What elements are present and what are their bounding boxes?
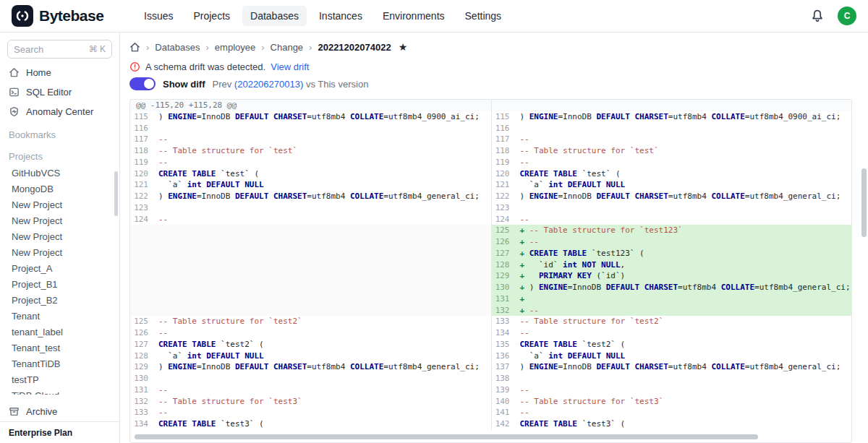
sidebar-project-item[interactable]: Project_A xyxy=(0,260,119,276)
line-content xyxy=(155,202,158,214)
sidebar-project-item[interactable]: New Project xyxy=(0,228,119,244)
diff-line: 127CREATE TABLE `test2` ( xyxy=(130,339,491,350)
breadcrumb-item[interactable]: Change xyxy=(271,42,304,53)
search-input[interactable] xyxy=(14,44,79,55)
show-diff-toggle[interactable] xyxy=(129,77,156,90)
line-number xyxy=(130,282,155,293)
breadcrumb-item[interactable]: 20221202074022 xyxy=(318,42,391,53)
diff-line: 119-- xyxy=(130,157,491,168)
sidebar-item-anomaly-center[interactable]: Anomaly Center xyxy=(0,102,119,121)
diff-hunk-header: @@ -115,20 +115,28 @@ xyxy=(130,100,491,111)
sidebar-project-item[interactable]: Tenant_test xyxy=(0,340,119,356)
line-number: 136 xyxy=(492,350,516,362)
sidebar-project-item[interactable]: GitHubVCS xyxy=(0,165,119,181)
diff-line: 122) ENGINE=InnoDB DEFAULT CHARSET=utf8m… xyxy=(492,191,852,202)
line-content: CREATE TABLE `test2` ( xyxy=(516,339,626,350)
line-content: CREATE TABLE `test3` ( xyxy=(516,418,626,430)
line-content: -- Table structure for `test` xyxy=(516,145,659,157)
line-content: -- Table structure for `test2` xyxy=(516,316,664,327)
line-content xyxy=(155,225,158,236)
breadcrumb-items: Databases›employee›Change›20221202074022 xyxy=(155,42,391,53)
diff-line: 135CREATE TABLE `test2` ( xyxy=(492,339,852,350)
breadcrumb-item[interactable]: Databases xyxy=(155,42,200,53)
sidebar-project-item[interactable]: testTP xyxy=(0,371,119,387)
diff-line: 126-- xyxy=(130,327,491,339)
sidebar-item-archive[interactable]: Archive xyxy=(0,402,119,421)
user-avatar[interactable]: C xyxy=(838,7,856,25)
line-number: 126 xyxy=(492,236,516,248)
nav-item-instances[interactable]: Instances xyxy=(311,6,370,26)
diff-gap-row xyxy=(130,225,491,236)
diff-line: 124-- xyxy=(130,214,491,225)
sidebar-project-item[interactable]: tenant_label xyxy=(0,324,119,340)
line-number: 115 xyxy=(130,111,155,123)
sidebar-project-item[interactable]: Project_B2 xyxy=(0,292,119,308)
sidebar-item-home[interactable]: Home xyxy=(0,63,119,82)
line-number: 129 xyxy=(492,270,516,282)
brand-logo[interactable]: Bytebase xyxy=(12,5,126,27)
breadcrumb-separator: › xyxy=(146,42,149,53)
horizontal-scrollbar[interactable] xyxy=(135,434,758,439)
sidebar-item-label: Home xyxy=(26,67,51,78)
diff-toolbar: Show diff Prev (202206270013) vs This ve… xyxy=(129,74,868,93)
app-window: Bytebase IssuesProjectsDatabasesInstance… xyxy=(0,0,868,443)
line-content xyxy=(155,282,158,293)
sidebar-item-label: SQL Editor xyxy=(26,87,72,98)
sidebar-project-item[interactable]: Project_B1 xyxy=(0,276,119,292)
sidebar-project-item[interactable]: New Project xyxy=(0,197,119,212)
sidebar-scrollbar[interactable] xyxy=(114,171,118,216)
sidebar-item-sql-editor[interactable]: SQL Editor xyxy=(0,82,119,102)
sidebar-project-item[interactable]: Tenant xyxy=(0,308,119,324)
line-number: 119 xyxy=(492,157,516,168)
page-scrollbar[interactable] xyxy=(861,168,867,237)
line-number: 142 xyxy=(492,418,516,430)
line-content: CREATE TABLE `test2` ( xyxy=(155,339,264,350)
sidebar-project-item[interactable]: New Project xyxy=(0,212,119,228)
star-icon[interactable]: ★ xyxy=(399,41,408,53)
diff-line: 139-- xyxy=(492,384,852,396)
sidebar-project-item[interactable]: MongoDB xyxy=(0,181,119,197)
line-number: 121 xyxy=(130,179,155,191)
diff-line: 120CREATE TABLE `test` ( xyxy=(130,168,491,180)
schema-drift-alert: A schema drift was detected. View drift xyxy=(129,59,868,74)
sidebar-project-item[interactable]: New Project xyxy=(0,244,119,260)
diff-line: 128+ `id` int NOT NULL, xyxy=(492,259,852,271)
diff-gap-row xyxy=(130,305,491,317)
diff-line: 132+ -- xyxy=(492,305,852,317)
breadcrumb-item[interactable]: employee xyxy=(215,42,255,53)
line-content xyxy=(155,373,158,384)
line-number: 120 xyxy=(492,168,516,180)
diff-line: 130+ ) ENGINE=InnoDB DEFAULT CHARSET=utf… xyxy=(492,282,852,293)
nav-item-projects[interactable]: Projects xyxy=(185,6,238,26)
shield-icon xyxy=(9,106,20,117)
line-number: 120 xyxy=(130,168,155,180)
line-content: ) ENGINE=InnoDB DEFAULT CHARSET=utf8mb4 … xyxy=(516,111,841,123)
nav-item-environments[interactable]: Environments xyxy=(375,6,453,26)
view-drift-link[interactable]: View drift xyxy=(271,61,309,72)
prev-version-link[interactable]: (202206270013) xyxy=(234,79,303,90)
line-number: 130 xyxy=(130,373,155,384)
main-content: › Databases›employee›Change›202212020740… xyxy=(120,33,868,443)
line-number: 132 xyxy=(130,396,155,408)
sidebar-project-item[interactable]: TenantTiDB xyxy=(0,356,119,371)
line-content xyxy=(155,248,158,259)
nav-item-issues[interactable]: Issues xyxy=(136,6,181,26)
line-number: 137 xyxy=(492,361,516,373)
diff-line: 119-- xyxy=(492,157,852,168)
diff-line: 121 `a` int DEFAULT NULL xyxy=(492,179,852,191)
home-icon[interactable] xyxy=(129,42,140,53)
search-box[interactable]: ⌘ K xyxy=(7,40,112,59)
line-number: 116 xyxy=(130,123,155,134)
line-content: + CREATE TABLE `test123` ( xyxy=(516,248,644,259)
bell-icon[interactable] xyxy=(810,9,825,23)
nav-item-databases[interactable]: Databases xyxy=(242,6,307,26)
line-number xyxy=(130,248,155,259)
diff-line: 115) ENGINE=InnoDB DEFAULT CHARSET=utf8m… xyxy=(492,111,852,123)
line-number: 122 xyxy=(492,191,516,202)
diff-line: 121 `a` int DEFAULT NULL xyxy=(130,179,491,191)
line-number: 123 xyxy=(492,202,516,214)
sidebar-item-label: Anomaly Center xyxy=(26,106,93,117)
sidebar-project-item[interactable]: TiDB Cloud xyxy=(0,387,119,395)
line-number: 122 xyxy=(130,191,155,202)
nav-item-settings[interactable]: Settings xyxy=(457,6,510,26)
